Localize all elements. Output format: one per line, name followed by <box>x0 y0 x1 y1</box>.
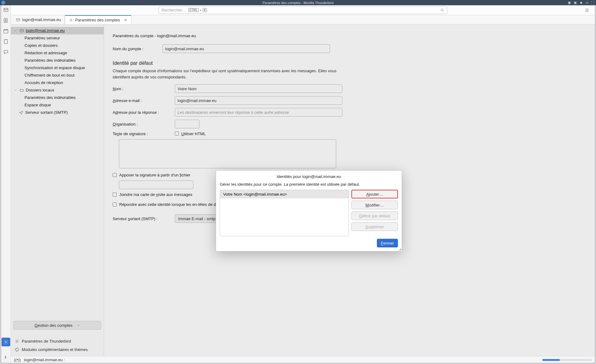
calendar-icon[interactable] <box>3 28 9 34</box>
account-actions-button[interactable]: Gestion des comptes <box>13 321 101 330</box>
delete-identity-button[interactable]: Supprimer <box>351 222 398 231</box>
tray-icon-2[interactable]: ▣ <box>573 1 577 5</box>
mail-icon[interactable] <box>3 7 9 13</box>
settings-icon[interactable] <box>2 338 10 346</box>
tree-item-junk[interactable]: Paramètres des indésirables <box>11 57 104 64</box>
reply-input[interactable] <box>175 108 342 117</box>
org-label: Organisation : <box>113 122 175 127</box>
window-titlebar: Paramètres des comptes - Mozilla Thunder… <box>0 0 596 5</box>
reply-identity-checkbox[interactable] <box>113 202 117 206</box>
org-input[interactable] <box>175 120 200 128</box>
name-input[interactable] <box>175 84 342 93</box>
tree-local-disk[interactable]: Espace disque <box>11 101 104 109</box>
tasks-icon[interactable] <box>3 39 9 44</box>
status-text: login@mail.immae.eu : <box>24 357 65 362</box>
tree-item-sync[interactable]: Synchronisation et espace disque <box>11 64 104 72</box>
close-icon[interactable]: ✕ <box>124 18 127 22</box>
vcard-checkbox[interactable] <box>113 193 117 197</box>
sb-link-label: Modules complémentaires et thèmes <box>22 347 88 352</box>
sig-file-label: Apposer la signature à partir d'un fichi… <box>119 173 190 177</box>
app-menu-icon[interactable] <box>584 7 590 13</box>
global-search-input[interactable]: Rechercher… CTRL + K <box>159 7 447 14</box>
sig-label: Texte de signature : <box>113 131 175 136</box>
email-input[interactable] <box>175 96 342 105</box>
search-placeholder: Rechercher… <box>161 8 186 12</box>
tree-item-receipts[interactable]: Accusés de réception <box>11 79 104 87</box>
dialog-title: Identités pour login@mail.immae.eu <box>220 174 398 179</box>
add-identity-button[interactable]: Ajouter… <box>351 190 398 198</box>
identity-desc: Chaque compte dispose d'informations sur… <box>113 68 342 80</box>
search-icon <box>440 8 445 12</box>
window-menu-icon[interactable] <box>1 1 5 5</box>
folder-icon <box>20 88 24 92</box>
identity-list-item[interactable]: Votre Nom <login@mail.immae.eu> <box>220 190 349 198</box>
identities-dialog: Identités pour login@mail.immae.eu Gérer… <box>216 170 402 251</box>
svg-point-2 <box>5 20 6 21</box>
set-default-button[interactable]: Définir par défaut <box>351 211 398 220</box>
maximize-icon[interactable]: ⛶ <box>591 1 595 5</box>
progress-bar <box>542 359 592 361</box>
chat-icon[interactable] <box>3 49 9 55</box>
tree-local-label: Dossiers locaux <box>26 87 54 93</box>
svg-rect-0 <box>4 8 8 12</box>
window-title: Paramètres des comptes - Mozilla Thunder… <box>263 1 333 5</box>
sb-link-label: Paramètres de Thunderbird <box>22 339 71 344</box>
svg-rect-7 <box>16 18 20 21</box>
minimize-icon[interactable]: ▭ <box>585 1 589 5</box>
chevron-down-icon <box>77 324 80 327</box>
tree-smtp[interactable]: Serveur sortant (SMTP) <box>11 109 104 116</box>
vcard-label: Joindre ma carte de visite aux messages <box>119 192 192 197</box>
smtp-label: Serveur sortant (SMTP) : <box>113 216 175 221</box>
account-name-label: Nom du compte : <box>113 47 162 51</box>
addons-link[interactable]: Modules complémentaires et thèmes <box>13 345 101 354</box>
kbd-ctrl: CTRL <box>188 8 199 12</box>
tree-item-composition[interactable]: Rédaction et adressage <box>11 49 104 57</box>
tree-local-junk[interactable]: Paramètres des indésirables <box>11 94 104 101</box>
kbd-plus: + <box>200 8 201 12</box>
tray-icon-3[interactable]: ◆ <box>579 1 583 5</box>
svg-point-5 <box>5 341 7 343</box>
mail-icon <box>20 29 24 33</box>
account-actions-label: Gestion des comptes <box>34 323 72 328</box>
tab-mail-account[interactable]: login@mail.immae.eu <box>12 15 65 24</box>
close-dialog-button[interactable]: Fermer <box>377 239 398 247</box>
sig-html-label: Utiliser HTML <box>181 131 206 136</box>
svg-point-6 <box>441 9 443 11</box>
send-icon <box>19 110 23 115</box>
account-name-input[interactable] <box>162 44 330 53</box>
page-title: Paramètres du compte - login@mail.immae.… <box>113 32 586 39</box>
tab-label: login@mail.immae.eu <box>22 17 61 22</box>
tree-item-server[interactable]: Paramètres serveur <box>11 34 104 42</box>
tab-label: Paramètres des comptes <box>75 18 120 22</box>
svg-point-8 <box>70 20 72 21</box>
svg-point-10 <box>16 341 18 342</box>
dialog-resize-handle[interactable] <box>398 247 401 251</box>
email-label: Adresse e-mail : <box>113 98 175 103</box>
window-controls: ▣ ▣ ◆ ▭ ⛶ <box>567 1 595 5</box>
tree-account-root[interactable]: login@mail.immae.eu <box>11 27 104 34</box>
collapse-sidebar-icon[interactable] <box>3 354 9 360</box>
accounts-tree-sidebar: login@mail.immae.eu Paramètres serveur C… <box>11 24 104 356</box>
identities-list[interactable]: Votre Nom <login@mail.immae.eu> <box>220 190 349 236</box>
signature-textarea[interactable] <box>119 139 336 168</box>
gear-icon <box>69 18 73 22</box>
sig-html-checkbox[interactable] <box>175 131 179 135</box>
tab-account-settings[interactable]: Paramètres des comptes ✕ <box>65 15 131 24</box>
addressbook-icon[interactable] <box>3 18 9 23</box>
kbd-k: K <box>203 8 207 12</box>
modify-identity-button[interactable]: Modifier… <box>351 201 398 209</box>
tab-bar: login@mail.immae.eu Paramètres des compt… <box>11 15 595 24</box>
tree-local-folders[interactable]: Dossiers locaux <box>11 87 104 94</box>
sig-file-input[interactable] <box>119 180 193 189</box>
top-toolbar: Rechercher… CTRL + K <box>11 5 595 15</box>
tree-smtp-label: Serveur sortant (SMTP) <box>25 109 68 116</box>
thunderbird-settings-link[interactable]: Paramètres de Thunderbird <box>13 337 101 345</box>
svg-rect-3 <box>4 29 8 33</box>
reply-label: Adresse pour la réponse : <box>113 110 175 115</box>
tree-item-e2e[interactable]: Chiffrement de bout en bout <box>11 72 104 79</box>
tree-item-copies[interactable]: Copies et dossiers <box>11 42 104 49</box>
tray-icon-1[interactable]: ▣ <box>567 1 571 5</box>
identity-heading: Identité par défaut <box>113 60 586 66</box>
sync-icon[interactable]: ((•)) <box>14 357 21 362</box>
sig-file-checkbox[interactable] <box>113 173 117 177</box>
